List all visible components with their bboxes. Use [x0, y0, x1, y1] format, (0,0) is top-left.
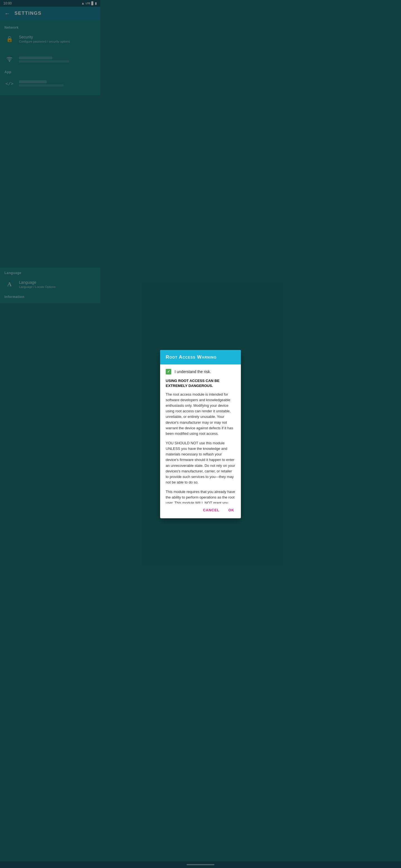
- dialog-overlay: Root Access Warning ✓ I understand the r…: [0, 0, 100, 303]
